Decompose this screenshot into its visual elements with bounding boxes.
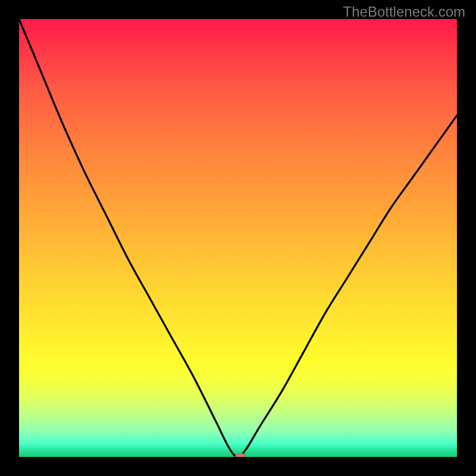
bottleneck-curve bbox=[19, 19, 457, 457]
optimal-point-marker bbox=[235, 453, 246, 457]
plot-area bbox=[19, 19, 457, 457]
chart-container: TheBottleneck.com bbox=[0, 0, 476, 476]
curve-svg bbox=[19, 19, 457, 457]
watermark-label: TheBottleneck.com bbox=[343, 4, 465, 20]
